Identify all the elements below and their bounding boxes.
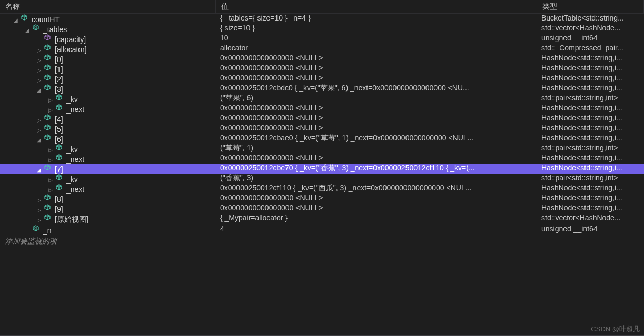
expand-toggle-icon[interactable]: ▷ — [46, 157, 55, 163]
expand-toggle-icon[interactable]: ▷ — [35, 67, 43, 73]
expand-toggle-icon[interactable]: ▷ — [46, 177, 55, 183]
cube-blue-icon — [43, 64, 52, 72]
value-cell[interactable]: 0x00000250012cbdc0 { _kv=("苹果", 6) _next… — [216, 84, 537, 94]
variable-name: [5] — [55, 125, 63, 134]
expand-toggle-icon[interactable]: ▷ — [35, 57, 43, 63]
name-cell[interactable]: _n — [0, 225, 216, 235]
expand-toggle-icon[interactable]: ▷ — [46, 107, 55, 113]
name-cell[interactable]: ◢countHT — [0, 14, 216, 24]
type-cell: HashNode<std::string,i... — [537, 84, 644, 94]
value-cell[interactable]: 0x0000000000000000 <NULL> — [216, 203, 537, 213]
expand-toggle-icon[interactable]: ▷ — [35, 217, 43, 223]
name-cell[interactable]: ▷_next — [0, 154, 216, 164]
cube-purple-icon — [43, 34, 52, 42]
expand-toggle-icon[interactable]: ▷ — [46, 97, 55, 103]
name-cell[interactable]: ▷[2] — [0, 74, 216, 84]
watermark: CSDN @叶超凡 — [591, 324, 640, 334]
expand-toggle-icon[interactable]: ◢ — [12, 17, 20, 23]
expand-toggle-icon[interactable]: ▷ — [46, 187, 55, 193]
type-cell: unsigned __int64 — [537, 225, 644, 235]
lock-blue-icon — [32, 24, 40, 32]
cube-blue-icon — [43, 213, 52, 222]
name-cell[interactable]: ◢[3] — [0, 84, 216, 94]
value-cell[interactable]: 0x0000000000000000 <NULL> — [216, 64, 537, 74]
value-cell[interactable]: 4 — [216, 225, 537, 235]
type-cell: BucketTable<std::string... — [537, 14, 644, 24]
name-cell[interactable]: ▷[5] — [0, 124, 216, 134]
value-cell[interactable]: 0x0000000000000000 <NULL> — [216, 124, 537, 134]
expand-toggle-icon[interactable]: ▷ — [35, 207, 43, 213]
add-watch-input[interactable]: 添加要监视的项 — [0, 235, 644, 248]
name-cell[interactable]: ▷[9] — [0, 203, 216, 213]
name-cell[interactable]: ◢[6] — [0, 134, 216, 144]
name-cell[interactable]: ▷_next — [0, 104, 216, 114]
header-name[interactable]: 名称 — [0, 0, 216, 14]
name-cell[interactable]: ▷[allocator] — [0, 44, 216, 54]
expand-toggle-icon[interactable]: ◢ — [35, 167, 43, 173]
value-cell[interactable]: 0x0000000000000000 <NULL> — [216, 194, 537, 203]
variable-name: [3] — [55, 85, 63, 94]
expand-toggle-icon[interactable]: ▷ — [35, 47, 43, 53]
value-cell[interactable]: ("香蕉", 3) — [216, 174, 537, 184]
expand-toggle-icon[interactable]: ◢ — [35, 137, 43, 143]
watch-grid: 名称 值 类型 ◢countHT{ _tables={ size=10 } _n… — [0, 0, 644, 235]
cube-blue-icon — [55, 154, 63, 162]
lock-blue-icon — [32, 225, 40, 233]
header-type[interactable]: 类型 — [537, 0, 644, 14]
type-cell: std::pair<std::string,int> — [537, 174, 644, 184]
type-cell: std::pair<std::string,int> — [537, 144, 644, 154]
header-value[interactable]: 值 — [216, 0, 537, 14]
type-cell: std::vector<HashNode... — [537, 213, 644, 225]
expand-toggle-icon[interactable]: ▷ — [35, 77, 43, 83]
svg-rect-1 — [35, 228, 37, 229]
name-cell[interactable]: ▷_kv — [0, 94, 216, 104]
type-cell: HashNode<std::string,i... — [537, 64, 644, 74]
cube-blue-icon — [55, 174, 63, 182]
value-cell[interactable]: 0x0000000000000000 <NULL> — [216, 154, 537, 164]
name-cell[interactable]: ▷[4] — [0, 114, 216, 124]
expand-toggle-icon[interactable]: ▷ — [35, 197, 43, 203]
value-cell[interactable]: allocator — [216, 44, 537, 54]
expand-toggle-icon[interactable]: ◢ — [23, 27, 32, 33]
value-cell[interactable]: ("苹果", 6) — [216, 94, 537, 104]
expand-toggle-icon[interactable]: ▷ — [35, 127, 43, 133]
name-cell[interactable]: [capacity] — [0, 34, 216, 44]
cube-blue-icon — [43, 203, 52, 212]
expand-toggle-icon[interactable]: ▷ — [46, 147, 55, 153]
name-cell[interactable]: ▷_kv — [0, 174, 216, 184]
type-cell: HashNode<std::string,i... — [537, 104, 644, 114]
value-cell[interactable]: 0x00000250012cbe70 { _kv=("香蕉", 3) _next… — [216, 164, 537, 174]
type-cell: HashNode<std::string,i... — [537, 194, 644, 203]
name-cell[interactable]: ▷[原始视图] — [0, 213, 216, 225]
value-cell[interactable]: 0x00000250012cbae0 { _kv=("草莓", 1) _next… — [216, 134, 537, 144]
value-cell[interactable]: { _tables={ size=10 } _n=4 } — [216, 14, 537, 24]
variable-name: [capacity] — [55, 35, 86, 44]
name-cell[interactable]: ▷_kv — [0, 144, 216, 154]
name-cell[interactable]: ▷[1] — [0, 64, 216, 74]
name-cell[interactable]: ◢_tables — [0, 24, 216, 34]
name-cell[interactable]: ▷[8] — [0, 194, 216, 203]
value-cell[interactable]: 0x0000000000000000 <NULL> — [216, 114, 537, 124]
type-cell: HashNode<std::string,i... — [537, 54, 644, 64]
variable-name: _next — [66, 105, 84, 114]
value-cell[interactable]: 0x00000250012cf110 { _kv=("西瓜", 3) _next… — [216, 184, 537, 194]
type-cell: HashNode<std::string,i... — [537, 74, 644, 84]
type-cell: std::pair<std::string,int> — [537, 94, 644, 104]
value-cell[interactable]: ("草莓", 1) — [216, 144, 537, 154]
cube-blue-icon — [55, 144, 63, 152]
type-cell: HashNode<std::string,i... — [537, 184, 644, 194]
name-cell[interactable]: ◢[7] — [0, 164, 216, 174]
value-cell[interactable]: 0x0000000000000000 <NULL> — [216, 104, 537, 114]
value-cell[interactable]: { _Mypair=allocator } — [216, 213, 537, 225]
value-cell[interactable]: { size=10 } — [216, 24, 537, 34]
value-cell[interactable]: 10 — [216, 34, 537, 44]
name-cell[interactable]: ▷[0] — [0, 54, 216, 64]
expand-toggle-icon[interactable]: ▷ — [35, 117, 43, 123]
variable-name: _next — [66, 155, 84, 164]
expand-toggle-icon[interactable]: ◢ — [35, 87, 43, 93]
type-cell: HashNode<std::string,i... — [537, 154, 644, 164]
value-cell[interactable]: 0x0000000000000000 <NULL> — [216, 74, 537, 84]
svg-rect-0 — [35, 27, 37, 28]
value-cell[interactable]: 0x0000000000000000 <NULL> — [216, 54, 537, 64]
name-cell[interactable]: ▷_next — [0, 184, 216, 194]
